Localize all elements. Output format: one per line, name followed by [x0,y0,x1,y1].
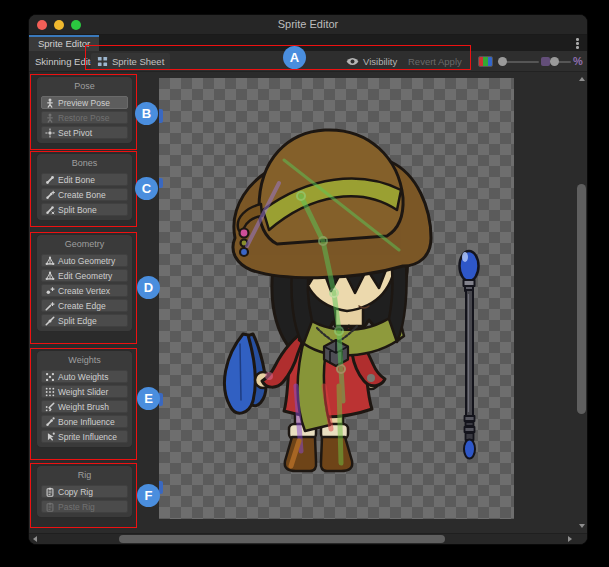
annotation-letter-f: F [137,484,160,507]
eye-icon [346,57,359,66]
bone-opacity-slider-knob[interactable] [498,57,507,66]
button-label: Create Bone [58,190,106,200]
panel-weights: WeightsAuto WeightsWeight SliderWeight B… [36,350,133,448]
button-label: Sprite Influence [58,432,117,442]
preview-pose-button[interactable]: Preview Pose [41,96,128,109]
revert-button[interactable]: Revert [408,54,436,69]
title-bar: Sprite Editor [29,15,587,35]
button-label: Paste Rig [58,502,95,512]
bone-opacity-slider-track[interactable] [503,61,539,63]
edit-bone-icon [45,175,55,185]
paste-rig-icon [45,502,55,512]
toolbar: Skinning Editor Sprite Sheet Visibility … [29,51,587,72]
bone-influence-icon [45,417,55,427]
window-title: Sprite Editor [29,18,587,30]
sprite-sheet-icon [97,56,108,67]
apply-button[interactable]: Apply [438,54,462,69]
button-label: Split Bone [58,205,97,215]
panel-pose: PosePreview PoseRestore PoseSet Pivot [36,76,133,144]
create-vertex-icon [45,286,55,296]
button-label: Restore Pose [58,113,110,123]
sprite-sheet-label: Sprite Sheet [112,56,164,67]
sprite-influence-icon [45,432,55,442]
auto-weights-button[interactable]: Auto Weights [41,370,128,383]
create-bone-button[interactable]: Create Bone [41,188,128,201]
sprite-influence-button[interactable]: Sprite Influence [41,430,128,443]
sprite-canvas[interactable] [159,78,514,519]
panel-bones: BonesEdit BoneCreate BoneSplit Bone [36,153,133,221]
tab-row: Sprite Editor [29,35,587,51]
set-pivot-icon [45,128,55,138]
mesh-opacity-slider-knob[interactable] [550,57,559,66]
button-label: Edit Geometry [58,271,112,281]
panel-title: Geometry [41,238,128,252]
edit-bone-button[interactable]: Edit Bone [41,173,128,186]
scroll-down-arrow[interactable] [579,524,585,528]
restore-pose-button[interactable]: Restore Pose [41,111,128,124]
sprite-editor-window: Sprite Editor Sprite Editor Skinning Edi… [28,14,588,545]
button-label: Set Pivot [58,128,92,138]
panel-title: Bones [41,157,128,171]
button-label: Weight Slider [58,387,108,397]
split-edge-button[interactable]: Split Edge [41,314,128,327]
color-swatch-icon[interactable] [478,56,493,67]
button-label: Copy Rig [58,487,93,497]
create-vertex-button[interactable]: Create Vertex [41,284,128,297]
create-edge-icon [45,301,55,311]
paste-rig-button[interactable]: Paste Rig [41,500,128,513]
opacity-percent-icon: % [573,55,583,67]
weight-brush-button[interactable]: Weight Brush [41,400,128,413]
panel-geometry: GeometryAuto GeometryEdit GeometryCreate… [36,234,133,332]
panel-title: Weights [41,354,128,368]
panel-title: Pose [41,80,128,94]
panel-title: Rig [41,469,128,483]
weight-slider-button[interactable]: Weight Slider [41,385,128,398]
bone-influence-button[interactable]: Bone Influence [41,415,128,428]
weight-brush-icon [45,402,55,412]
copy-rig-button[interactable]: Copy Rig [41,485,128,498]
auto-weights-icon [45,372,55,382]
sprite-sheet-button[interactable]: Sprite Sheet [91,53,170,70]
preview-pose-icon [45,98,55,108]
annotation-letter-d: D [137,276,160,299]
tab-sprite-editor[interactable]: Sprite Editor [29,35,99,51]
weight-slider-icon [45,387,55,397]
annotation-letter-e: E [137,387,160,410]
edit-geometry-button[interactable]: Edit Geometry [41,269,128,282]
copy-rig-icon [45,487,55,497]
auto-geometry-button[interactable]: Auto Geometry [41,254,128,267]
mode-dropdown-label: Skinning Editor [35,54,99,69]
scroll-right-arrow[interactable] [568,536,572,542]
panel-rig: RigCopy RigPaste Rig [36,465,133,518]
edit-geometry-icon [45,271,55,281]
scroll-up-arrow[interactable] [579,77,585,81]
button-label: Auto Weights [58,372,108,382]
button-label: Auto Geometry [58,256,115,266]
annotation-letter-c: C [135,177,158,200]
button-label: Create Vertex [58,286,110,296]
button-label: Preview Pose [58,98,110,108]
create-edge-button[interactable]: Create Edge [41,299,128,312]
mesh-opacity-icon [541,57,550,66]
button-label: Bone Influence [58,417,115,427]
split-bone-icon [45,205,55,215]
restore-pose-icon [45,113,55,123]
auto-geometry-icon [45,256,55,266]
visibility-label: Visibility [363,56,397,67]
menu-kebab-icon[interactable] [576,38,579,49]
horizontal-scrollbar-thumb[interactable] [119,535,445,543]
character-hat [233,130,431,278]
button-label: Create Edge [58,301,106,311]
visibility-toggle[interactable]: Visibility [346,54,397,69]
annotation-letter-b: B [135,102,158,125]
button-label: Edit Bone [58,175,95,185]
vertical-scrollbar-thumb[interactable] [577,184,586,414]
character-sprite [159,78,514,519]
scroll-left-arrow[interactable] [33,536,37,542]
split-bone-button[interactable]: Split Bone [41,203,128,216]
split-edge-icon [45,316,55,326]
create-bone-icon [45,190,55,200]
set-pivot-button[interactable]: Set Pivot [41,126,128,139]
button-label: Split Edge [58,316,97,326]
button-label: Weight Brush [58,402,109,412]
